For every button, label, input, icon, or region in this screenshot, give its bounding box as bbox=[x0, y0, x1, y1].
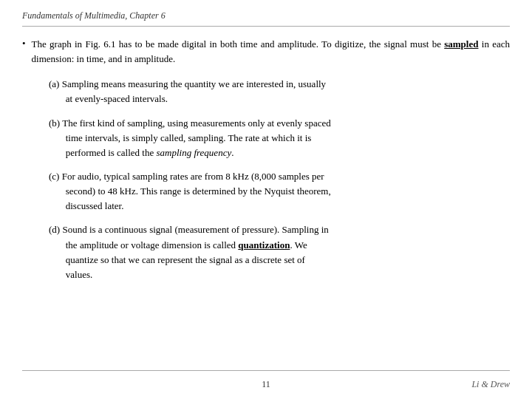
sub-item-a-text: (a) Sampling means measuring the quantit… bbox=[49, 77, 510, 106]
sub-items-list: (a) Sampling means measuring the quantit… bbox=[49, 77, 510, 282]
bullet-point: • bbox=[22, 38, 26, 50]
footer-author: Li & Drew bbox=[471, 379, 510, 389]
content-area: • The graph in Fig. 6.1 has to be made d… bbox=[22, 37, 510, 370]
sub-item-b-label: (b) bbox=[49, 117, 62, 129]
bullet-text-part1: The graph in Fig. 6.1 has to be made dig… bbox=[32, 38, 445, 50]
sub-item-a: (a) Sampling means measuring the quantit… bbox=[49, 77, 510, 106]
main-bullet: • The graph in Fig. 6.1 has to be made d… bbox=[22, 37, 510, 66]
page-number: 11 bbox=[185, 379, 347, 390]
sub-item-d-text: (d) Sound is a continuous signal (measur… bbox=[49, 222, 510, 282]
sub-item-a-label: (a) bbox=[49, 78, 62, 89]
sub-item-d-label: (d) bbox=[49, 224, 62, 235]
page-container: Fundamentals of Multimedia, Chapter 6 • … bbox=[0, 0, 532, 399]
footer: 11 Li & Drew bbox=[22, 375, 510, 390]
quantization-word: quantization bbox=[238, 239, 290, 250]
sub-item-c-text: (c) For audio, typical sampling rates ar… bbox=[49, 169, 510, 214]
sub-item-b-text: (b) The first kind of sampling, using me… bbox=[49, 116, 510, 160]
sub-item-c: (c) For audio, typical sampling rates ar… bbox=[49, 169, 510, 214]
bottom-divider bbox=[22, 370, 510, 371]
sub-item-d: (d) Sound is a continuous signal (measur… bbox=[49, 222, 510, 282]
top-divider bbox=[22, 26, 510, 27]
sub-item-b: (b) The first kind of sampling, using me… bbox=[49, 116, 510, 160]
sampling-frequency-italic: sampling frequency bbox=[156, 147, 231, 158]
sub-item-c-label: (c) bbox=[49, 171, 62, 182]
bullet-text: The graph in Fig. 6.1 has to be made dig… bbox=[32, 37, 510, 66]
header-title: Fundamentals of Multimedia, Chapter 6 bbox=[22, 10, 166, 21]
header: Fundamentals of Multimedia, Chapter 6 bbox=[22, 10, 510, 21]
sampled-word: sampled bbox=[444, 38, 478, 50]
